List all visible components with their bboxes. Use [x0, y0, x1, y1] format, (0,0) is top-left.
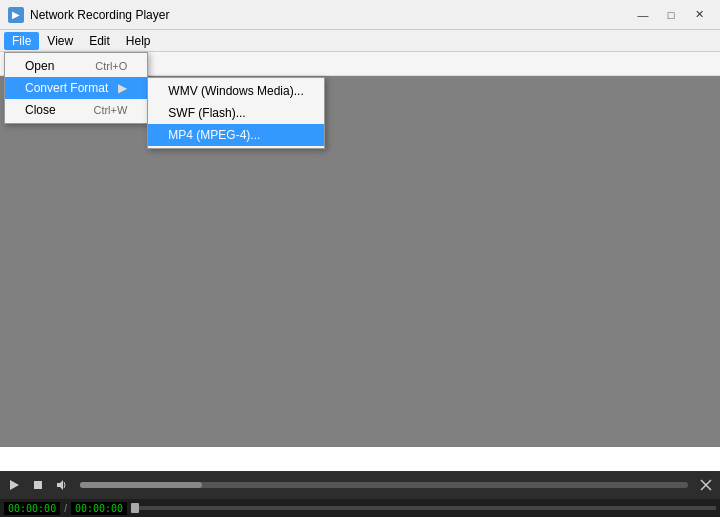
player-close-button[interactable] [696, 475, 716, 495]
file-dropdown: Open Ctrl+O Convert Format ▶ WMV (Window… [4, 52, 148, 124]
time-progress-indicator [131, 503, 139, 513]
time-separator: / [64, 503, 67, 514]
title-bar-controls: — □ ✕ [630, 5, 712, 25]
maximize-button[interactable]: □ [658, 5, 684, 25]
stop-button[interactable] [28, 475, 48, 495]
menu-help[interactable]: Help [118, 32, 159, 50]
window-title: Network Recording Player [30, 8, 169, 22]
title-bar: ▶ Network Recording Player — □ ✕ [0, 0, 720, 30]
menu-view[interactable]: View [39, 32, 81, 50]
submenu-wmv[interactable]: WMV (Windows Media)... [148, 80, 323, 102]
volume-button[interactable] [52, 475, 72, 495]
open-shortcut: Ctrl+O [95, 60, 127, 72]
convert-submenu: WMV (Windows Media)... SWF (Flash)... MP… [147, 77, 324, 149]
seek-fill [80, 482, 202, 488]
close-shortcut: Ctrl+W [93, 104, 127, 116]
player-controls [0, 471, 720, 499]
minimize-button[interactable]: — [630, 5, 656, 25]
time-current: 00:00:00 [4, 502, 60, 515]
convert-label: Convert Format [25, 81, 108, 95]
app-icon: ▶ [8, 7, 24, 23]
submenu-swf[interactable]: SWF (Flash)... [148, 102, 323, 124]
submenu-arrow-icon: ▶ [118, 81, 127, 95]
menu-open[interactable]: Open Ctrl+O [5, 55, 147, 77]
menu-file[interactable]: File [4, 32, 39, 50]
open-label: Open [25, 59, 54, 73]
menu-convert-format[interactable]: Convert Format ▶ WMV (Windows Media)... … [5, 77, 147, 99]
menu-bar: File View Edit Help [0, 30, 720, 52]
play-button[interactable] [4, 475, 24, 495]
window-close-button[interactable]: ✕ [686, 5, 712, 25]
menu-edit[interactable]: Edit [81, 32, 118, 50]
title-bar-left: ▶ Network Recording Player [8, 7, 169, 23]
content-area [0, 76, 720, 447]
svg-rect-1 [34, 481, 42, 489]
submenu-mp4[interactable]: MP4 (MPEG-4)... [148, 124, 323, 146]
player-bar: 00:00:00 / 00:00:00 [0, 471, 720, 517]
svg-marker-2 [57, 480, 63, 490]
svg-marker-0 [10, 480, 19, 490]
close-label: Close [25, 103, 56, 117]
menu-bar-wrapper: File View Edit Help Open Ctrl+O Convert … [0, 30, 720, 52]
menu-close[interactable]: Close Ctrl+W [5, 99, 147, 121]
time-progress-bar[interactable] [131, 506, 716, 510]
player-time-bar: 00:00:00 / 00:00:00 [0, 499, 720, 517]
time-total: 00:00:00 [71, 502, 127, 515]
seek-slider[interactable] [80, 482, 688, 488]
